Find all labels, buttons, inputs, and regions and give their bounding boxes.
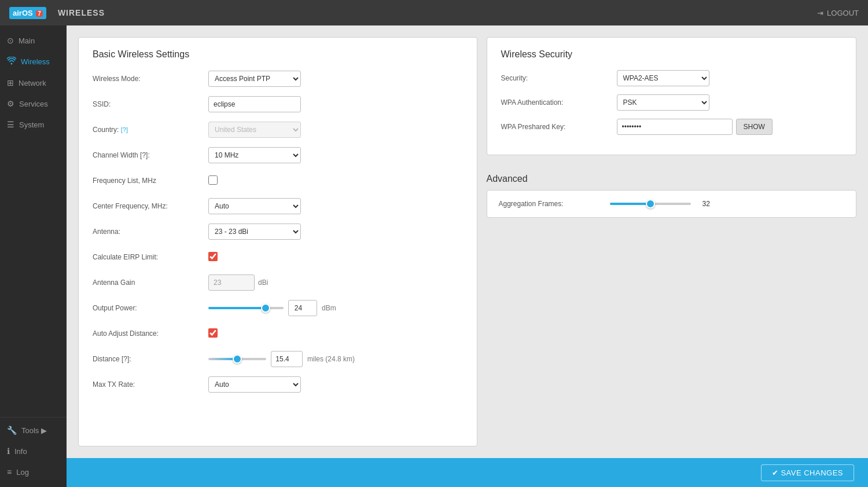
advanced-title: Advanced — [487, 174, 857, 184]
max-tx-rate-select[interactable]: Auto 6 Mbps 9 Mbps — [208, 376, 301, 393]
country-help[interactable]: [?] — [121, 126, 128, 133]
wpa-auth-label: WPA Authentication: — [501, 98, 617, 107]
sidebar-item-info[interactable]: ℹ Info — [0, 441, 67, 462]
auto-adjust-checkbox[interactable] — [208, 328, 218, 338]
content-inner: Basic Wireless Settings Wireless Mode: A… — [67, 25, 868, 458]
aggregation-row: Aggregation Frames: 32 — [499, 200, 845, 208]
max-tx-rate-row: Max TX Rate: Auto 6 Mbps 9 Mbps — [93, 376, 463, 393]
eirp-checkbox[interactable] — [208, 252, 218, 261]
ssid-control — [208, 96, 301, 112]
ssid-row: SSID: — [93, 96, 463, 113]
sidebar-item-wireless[interactable]: Wireless — [0, 51, 67, 72]
max-tx-rate-label: Max TX Rate: — [93, 380, 208, 389]
info-icon: ℹ — [7, 446, 10, 456]
advanced-box: Aggregation Frames: 32 — [487, 190, 857, 218]
antenna-gain-unit: dBi — [258, 279, 268, 287]
distance-label: Distance [?]: — [93, 355, 208, 363]
sidebar-label-info: Info — [14, 447, 27, 456]
wpa-key-control: SHOW — [617, 119, 773, 135]
max-tx-rate-control: Auto 6 Mbps 9 Mbps — [208, 376, 301, 393]
channel-width-label: Channel Width [?]: — [93, 151, 208, 159]
wireless-icon — [7, 57, 16, 67]
sidebar-label-main: Main — [19, 36, 35, 45]
security-row: Security: None WPA-AES WPA2-AES — [501, 70, 843, 86]
wpa-auth-select[interactable]: PSK EAP — [617, 94, 709, 111]
aggregation-label: Aggregation Frames: — [499, 200, 603, 208]
sidebar-item-main[interactable]: ⊙ Main — [0, 30, 67, 51]
sidebar-item-network[interactable]: ⊞ Network — [0, 72, 67, 93]
sidebar-label-services: Services — [19, 100, 48, 108]
country-control: United States — [208, 122, 301, 138]
output-power-value[interactable] — [288, 300, 317, 316]
wireless-mode-select[interactable]: Access Point PTP Station PTP Access Poin… — [208, 71, 301, 87]
output-power-row: Output Power: dBm — [93, 299, 463, 317]
country-select: United States — [208, 122, 301, 138]
ssid-label: SSID: — [93, 100, 208, 108]
sidebar-bottom: 🔧 Tools ▶ ℹ Info ≡ Log — [0, 415, 67, 487]
ssid-input[interactable] — [208, 96, 301, 112]
sidebar-label-tools: Tools ▶ — [21, 426, 47, 435]
auto-adjust-control — [208, 328, 301, 339]
wpa-key-input[interactable] — [617, 119, 733, 135]
logo-box: airOS 7 — [9, 7, 46, 19]
sidebar-divider — [0, 417, 67, 418]
main-icon: ⊙ — [7, 36, 14, 45]
sidebar-item-log[interactable]: ≡ Log — [0, 462, 67, 482]
output-power-label: Output Power: — [93, 304, 208, 312]
main-layout: ⊙ Main Wireless ⊞ Network ⚙ Services ☰ — [0, 25, 868, 487]
center-frequency-control: Auto 5180 5200 — [208, 198, 301, 214]
distance-control: miles (24.8 km) — [208, 351, 355, 367]
logo-version: 7 — [36, 10, 43, 17]
logo-area: airOS 7 WIRELESS — [9, 7, 105, 19]
distance-value[interactable] — [271, 351, 303, 367]
center-frequency-row: Center Frequency, MHz: Auto 5180 5200 — [93, 197, 463, 215]
antenna-label: Antenna: — [93, 228, 208, 236]
tools-icon: 🔧 — [7, 426, 17, 435]
sidebar-item-services[interactable]: ⚙ Services — [0, 93, 67, 114]
system-icon: ☰ — [7, 120, 14, 129]
frequency-list-checkbox[interactable] — [208, 175, 218, 185]
show-key-button[interactable]: SHOW — [736, 119, 773, 135]
wireless-mode-control: Access Point PTP Station PTP Access Poin… — [208, 71, 301, 87]
aggregation-slider[interactable] — [610, 203, 691, 205]
country-label: Country: [?] — [93, 126, 208, 134]
advanced-section: Advanced Aggregation Frames: 32 — [487, 164, 857, 218]
frequency-list-row: Frequency List, MHz — [93, 172, 463, 189]
auto-adjust-row: Auto Adjust Distance: — [93, 325, 463, 342]
services-icon: ⚙ — [7, 99, 14, 108]
eirp-control — [208, 252, 301, 263]
eirp-label: Calculate EIRP Limit: — [93, 253, 208, 261]
wpa-auth-row: WPA Authentication: PSK EAP — [501, 94, 843, 111]
wpa-auth-control: PSK EAP — [617, 94, 843, 111]
distance-slider[interactable] — [208, 358, 266, 360]
sidebar-item-tools[interactable]: 🔧 Tools ▶ — [0, 420, 67, 441]
antenna-select[interactable]: 23 - 23 dBi 24 - 24 dBi — [208, 224, 301, 240]
output-power-control: dBm — [208, 300, 336, 316]
frequency-list-control — [208, 175, 301, 186]
auto-adjust-label: Auto Adjust Distance: — [93, 329, 208, 338]
wireless-mode-label: Wireless Mode: — [93, 75, 208, 83]
wireless-mode-row: Wireless Mode: Access Point PTP Station … — [93, 70, 463, 87]
sidebar-item-system[interactable]: ☰ System — [0, 114, 67, 135]
output-power-unit: dBm — [322, 304, 336, 312]
security-select[interactable]: None WPA-AES WPA2-AES — [617, 70, 709, 86]
center-frequency-select[interactable]: Auto 5180 5200 — [208, 198, 301, 214]
eirp-row: Calculate EIRP Limit: — [93, 248, 463, 266]
right-columns: Wireless Security Security: None WPA-AES… — [487, 37, 857, 446]
aggregation-value: 32 — [703, 200, 710, 208]
wireless-security-title: Wireless Security — [501, 49, 843, 60]
antenna-gain-control: dBi — [208, 274, 301, 291]
save-changes-button[interactable]: ✔ SAVE CHANGES — [761, 464, 854, 481]
sidebar-label-system: System — [19, 120, 44, 129]
page-title: WIRELESS — [58, 8, 105, 17]
logout-button[interactable]: ⇥ LOGOUT — [817, 9, 859, 17]
output-power-slider[interactable] — [208, 307, 284, 309]
security-control: None WPA-AES WPA2-AES — [617, 70, 843, 86]
log-icon: ≡ — [7, 467, 12, 477]
basic-wireless-title: Basic Wireless Settings — [93, 49, 463, 60]
channel-width-select[interactable]: 5 MHz 10 MHz 20 MHz 40 MHz — [208, 147, 301, 163]
sidebar: ⊙ Main Wireless ⊞ Network ⚙ Services ☰ — [0, 25, 67, 487]
distance-row: Distance [?]: miles (24.8 km) — [93, 350, 463, 368]
country-row: Country: [?] United States — [93, 121, 463, 138]
frequency-list-label: Frequency List, MHz — [93, 177, 208, 185]
